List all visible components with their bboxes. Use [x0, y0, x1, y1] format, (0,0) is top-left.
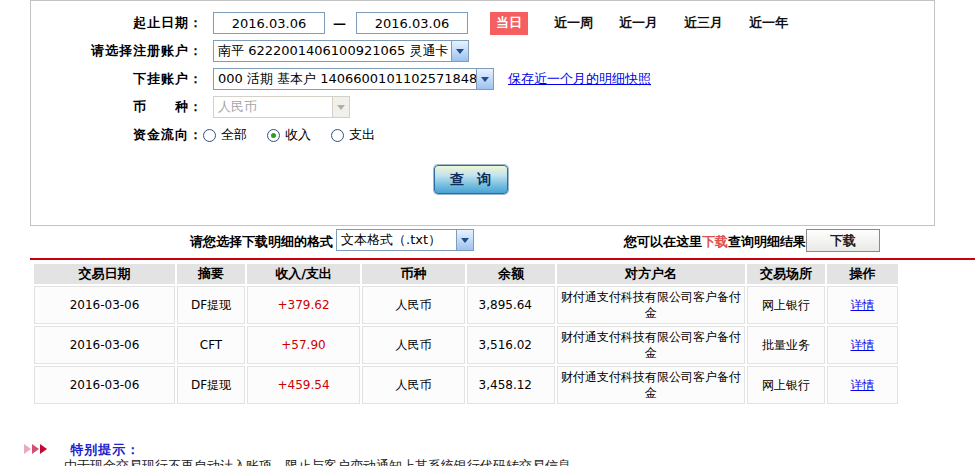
currency-row: 币 种： 人民币	[31, 95, 934, 119]
currency-value: 人民币	[214, 98, 332, 116]
column-header: 币种	[362, 264, 465, 284]
download-format-value: 文本格式（.txt）	[337, 231, 456, 249]
chevron-down-icon	[332, 97, 349, 117]
currency-select-disabled: 人民币	[213, 96, 350, 118]
download-hint: 您可以在这里下载查询明细结果	[624, 233, 806, 251]
cell-summary: DF提现	[177, 366, 245, 404]
currency-label: 币 种：	[31, 98, 203, 116]
flow-option-label: 收入	[285, 126, 311, 144]
register-account-row: 请选择注册账户： 南平 6222001406100921065 灵通卡	[31, 39, 934, 63]
table-header-row: 交易日期 摘要 收入/支出 币种 余额 对方户名 交易场所 操作	[34, 264, 898, 284]
query-button-row: 查 询	[31, 165, 934, 194]
triangle-icon	[32, 444, 39, 454]
download-hint-prefix: 您可以在这里	[624, 234, 702, 249]
detail-link[interactable]: 详情	[851, 298, 875, 312]
flow-option-label: 全部	[221, 126, 247, 144]
tips-title: 特别提示：	[70, 442, 140, 457]
query-form-panel: 起止日期： — 当日 近一周 近一月 近三月 近一年 请选择注册账户： 南平 6…	[30, 0, 935, 226]
cell-balance: 3,458.12	[467, 366, 555, 404]
date-range-row: 起止日期： — 当日 近一周 近一月 近三月 近一年	[31, 11, 934, 35]
column-header: 操作	[827, 264, 898, 284]
cell-channel: 网上银行	[747, 366, 825, 404]
quick-range-week[interactable]: 近一周	[554, 14, 593, 32]
cell-counterparty: 财付通支付科技有限公司客户备付金	[557, 286, 745, 324]
radio-icon[interactable]	[331, 129, 344, 142]
detail-link[interactable]: 详情	[851, 338, 875, 352]
register-account-select[interactable]: 南平 6222001406100921065 灵通卡	[213, 40, 469, 62]
column-header: 余额	[467, 264, 555, 284]
radio-icon[interactable]	[267, 129, 280, 142]
column-header: 摘要	[177, 264, 245, 284]
end-date-input[interactable]	[356, 12, 468, 34]
start-date-input[interactable]	[213, 12, 325, 34]
cell-action: 详情	[827, 326, 898, 364]
sub-account-value: 000 活期 基本户 1406600101102571848	[214, 70, 476, 88]
cell-balance: 3,516.02	[467, 326, 555, 364]
download-button[interactable]: 下载	[806, 229, 880, 252]
register-account-value: 南平 6222001406100921065 灵通卡	[214, 42, 451, 60]
cell-currency: 人民币	[362, 286, 465, 324]
cell-date: 2016-03-06	[34, 326, 175, 364]
sub-account-label: 下挂账户：	[31, 70, 203, 88]
cell-date: 2016-03-06	[34, 366, 175, 404]
detail-link[interactable]: 详情	[851, 378, 875, 392]
radio-icon[interactable]	[203, 129, 216, 142]
date-separator: —	[333, 16, 346, 31]
query-button[interactable]: 查 询	[434, 165, 508, 194]
table-row: 2016-03-06 DF提现 +459.54 人民币 3,458.12 财付通…	[34, 366, 898, 404]
cell-summary: CFT	[177, 326, 245, 364]
chevron-down-icon[interactable]	[451, 41, 468, 61]
table-row: 2016-03-06 CFT +57.90 人民币 3,516.02 财付通支付…	[34, 326, 898, 364]
cell-summary: DF提现	[177, 286, 245, 324]
chevron-down-icon[interactable]	[476, 69, 493, 89]
cell-date: 2016-03-06	[34, 286, 175, 324]
cell-currency: 人民币	[362, 326, 465, 364]
quick-range-quarter[interactable]: 近三月	[684, 14, 723, 32]
cell-amount: +379.62	[247, 286, 360, 324]
date-range-label: 起止日期：	[31, 14, 203, 32]
tips-line-clipped: 由于现金交易现行不再自动计入账项，限止与客户变动通知上其系统银行代码转交易信息	[64, 457, 571, 466]
cell-counterparty: 财付通支付科技有限公司客户备付金	[557, 326, 745, 364]
download-format-select[interactable]: 文本格式（.txt）	[336, 229, 474, 251]
cell-balance: 3,895.64	[467, 286, 555, 324]
cell-channel: 网上银行	[747, 286, 825, 324]
column-header: 对方户名	[557, 264, 745, 284]
quick-range-year[interactable]: 近一年	[749, 14, 788, 32]
cell-action: 详情	[827, 366, 898, 404]
table-row: 2016-03-06 DF提现 +379.62 人民币 3,895.64 财付通…	[34, 286, 898, 324]
download-hint-suffix: 查询明细结果	[728, 234, 806, 249]
column-header: 交易场所	[747, 264, 825, 284]
cell-channel: 批量业务	[747, 326, 825, 364]
cell-counterparty: 财付通支付科技有限公司客户备付金	[557, 366, 745, 404]
flow-radio-all[interactable]: 全部	[203, 126, 247, 144]
cell-currency: 人民币	[362, 366, 465, 404]
sub-account-select[interactable]: 000 活期 基本户 1406600101102571848	[213, 68, 494, 90]
sub-account-row: 下挂账户： 000 活期 基本户 1406600101102571848 保存近…	[31, 67, 934, 91]
triangle-icon	[24, 444, 31, 454]
register-account-label: 请选择注册账户：	[31, 42, 203, 60]
flow-option-label: 支出	[349, 126, 375, 144]
transactions-body: 2016-03-06 DF提现 +379.62 人民币 3,895.64 财付通…	[34, 286, 898, 404]
download-hint-link[interactable]: 下载	[702, 234, 728, 249]
quick-range-month[interactable]: 近一月	[619, 14, 658, 32]
cell-amount: +57.90	[247, 326, 360, 364]
flow-radio-expense[interactable]: 支出	[331, 126, 375, 144]
flow-row: 资金流向： 全部 收入 支出	[31, 125, 934, 145]
quick-range-today[interactable]: 当日	[490, 12, 528, 35]
cell-amount: +459.54	[247, 366, 360, 404]
column-header: 交易日期	[34, 264, 175, 284]
flow-radio-income[interactable]: 收入	[267, 126, 311, 144]
download-format-label: 请您选择下载明细的格式	[190, 233, 333, 251]
flow-label: 资金流向：	[31, 126, 203, 144]
cell-action: 详情	[827, 286, 898, 324]
transactions-table: 交易日期 摘要 收入/支出 币种 余额 对方户名 交易场所 操作 2016-03…	[32, 262, 900, 406]
save-snapshot-link[interactable]: 保存近一个月的明细快照	[508, 70, 651, 88]
red-divider-line	[30, 258, 975, 260]
chevron-down-icon[interactable]	[456, 230, 473, 250]
triangle-icon	[40, 444, 47, 454]
download-row: 请您选择下载明细的格式 文本格式（.txt） 您可以在这里下载查询明细结果 下载	[0, 228, 978, 254]
column-header: 收入/支出	[247, 264, 360, 284]
